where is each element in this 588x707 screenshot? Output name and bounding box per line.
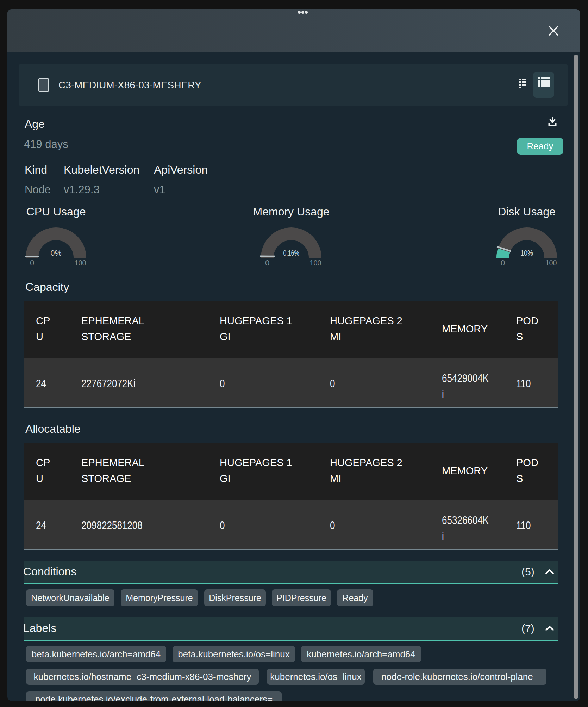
svg-text:0: 0 <box>30 258 34 267</box>
svg-text:0: 0 <box>501 258 505 267</box>
svg-text:100: 100 <box>75 258 86 267</box>
svg-text:0%: 0% <box>51 249 62 257</box>
svg-text:0: 0 <box>265 258 269 267</box>
svg-text:0.16%: 0.16% <box>283 249 299 257</box>
svg-text:10%: 10% <box>520 249 533 257</box>
svg-text:100: 100 <box>310 258 321 267</box>
svg-text:100: 100 <box>545 258 557 267</box>
